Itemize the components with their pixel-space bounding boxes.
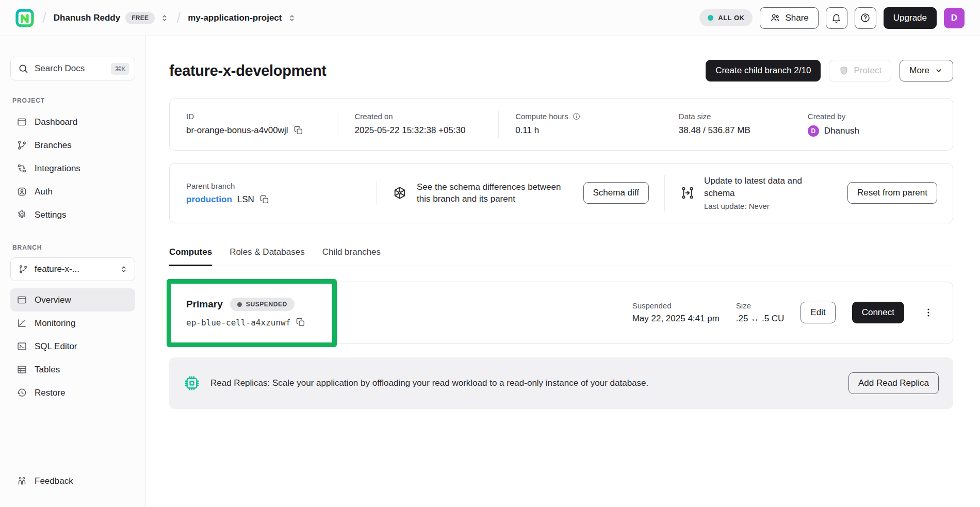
- branch-info-card: ID br-orange-bonus-a4v00wjl Created on 2…: [169, 98, 953, 151]
- branch-selector[interactable]: feature-x-...: [10, 257, 135, 281]
- size-stat: Size .25 ↔ .5 CU: [736, 301, 785, 324]
- suspended-value: May 22, 2025 4:41 pm: [632, 314, 720, 324]
- compute-meta: Suspended May 22, 2025 4:41 pm Size .25 …: [632, 301, 936, 324]
- sidebar-item-label: Settings: [35, 210, 66, 220]
- search-docs-label: Search Docs: [35, 63, 85, 74]
- copy-lsn-button[interactable]: [259, 194, 270, 205]
- schema-diff-button[interactable]: Schema diff: [583, 182, 649, 204]
- sidebar-item-restore[interactable]: Restore: [10, 381, 135, 404]
- breadcrumb-divider: /: [41, 10, 47, 26]
- sidebar-item-sql-editor[interactable]: SQL Editor: [10, 335, 135, 358]
- branch-selector-value: feature-x-...: [35, 264, 79, 274]
- integrations-icon: [17, 163, 27, 174]
- user-avatar[interactable]: D: [944, 8, 965, 28]
- breadcrumb-divider: /: [175, 10, 182, 26]
- cpu-chip-icon: [184, 375, 200, 391]
- help-circle-icon: [860, 12, 871, 23]
- suspended-label: Suspended: [632, 301, 720, 310]
- size-label: Size: [736, 301, 785, 310]
- main-content: feature-x-development Create child branc…: [146, 36, 980, 507]
- upgrade-button[interactable]: Upgrade: [884, 7, 937, 29]
- branch-section-title: BRANCH: [12, 244, 135, 251]
- project-switcher[interactable]: my-application-project: [188, 13, 296, 23]
- upgrade-label: Upgrade: [893, 13, 927, 23]
- created-by-label: Created by: [808, 112, 936, 121]
- tab-roles-databases[interactable]: Roles & Databases: [230, 247, 305, 266]
- sidebar-item-label: Dashboard: [35, 117, 77, 127]
- plan-badge: FREE: [125, 12, 155, 24]
- page-actions: Create child branch 2/10 Protect More: [706, 60, 953, 81]
- read-replicas-text: Read Replicas: Scale your application by…: [210, 378, 648, 388]
- sidebar-item-settings[interactable]: Settings: [10, 203, 135, 226]
- user-badge-icon: [17, 186, 27, 197]
- add-read-replica-button[interactable]: Add Read Replica: [848, 372, 939, 394]
- sidebar-item-dashboard[interactable]: Dashboard: [10, 110, 135, 134]
- sidebar-item-overview[interactable]: Overview: [10, 288, 135, 312]
- breadcrumb: / Dhanush Reddy FREE / my-application-pr…: [14, 8, 297, 28]
- sidebar-item-auth[interactable]: Auth: [10, 180, 135, 203]
- sidebar-item-monitoring[interactable]: Monitoring: [10, 312, 135, 335]
- data-size-label: Data size: [679, 112, 774, 121]
- window-icon: [17, 295, 27, 305]
- protect-button[interactable]: Protect: [829, 60, 891, 81]
- project-section-title: PROJECT: [12, 97, 135, 104]
- sidebar-item-label: Branches: [35, 140, 72, 151]
- compute-status-badge: SUSPENDED: [230, 298, 295, 311]
- parent-branch-card: Parent branch production LSN See the sch…: [169, 163, 953, 223]
- feedback-button[interactable]: Feedback: [10, 469, 135, 493]
- sidebar-item-tables[interactable]: Tables: [10, 358, 135, 381]
- notifications-button[interactable]: [826, 7, 847, 29]
- kebab-menu-icon[interactable]: [921, 305, 936, 320]
- people-icon: [770, 12, 780, 23]
- sidebar-item-label: Restore: [35, 388, 66, 398]
- parent-branch-label: Parent branch: [186, 182, 360, 190]
- top-bar: / Dhanush Reddy FREE / my-application-pr…: [0, 0, 980, 36]
- window-icon: [17, 117, 27, 127]
- info-col-data-size: Data size 38.48 / 536.87 MB: [662, 111, 791, 138]
- sidebar-item-integrations[interactable]: Integrations: [10, 157, 135, 180]
- feedback-label: Feedback: [35, 476, 73, 486]
- parent-branch-block: Parent branch production LSN: [170, 182, 376, 205]
- edit-compute-button[interactable]: Edit: [801, 302, 835, 323]
- suspended-stat: Suspended May 22, 2025 4:41 pm: [632, 301, 720, 324]
- help-button[interactable]: [855, 7, 876, 29]
- branch-tabs: Computes Roles & Databases Child branche…: [169, 247, 953, 266]
- schema-icon: [392, 185, 407, 201]
- system-status-badge[interactable]: ALL OK: [699, 9, 753, 26]
- create-child-branch-button[interactable]: Create child branch 2/10: [706, 60, 821, 81]
- org-switcher[interactable]: Dhanush Reddy FREE: [54, 12, 170, 24]
- reset-from-parent-button[interactable]: Reset from parent: [847, 182, 937, 204]
- history-clock-icon: [17, 387, 27, 398]
- search-docs-input[interactable]: Search Docs ⌘K: [10, 57, 135, 80]
- created-by-value: Dhanush: [824, 126, 859, 136]
- info-col-created-by: Created by D Dhanush: [791, 111, 953, 138]
- sidebar-item-branches[interactable]: Branches: [10, 134, 135, 157]
- parent-branch-link[interactable]: production: [186, 194, 232, 205]
- gear-icon: [17, 209, 27, 220]
- compute-hours-label: Compute hours: [515, 112, 568, 121]
- info-circle-icon[interactable]: [572, 112, 581, 121]
- neon-logo-icon[interactable]: [14, 8, 35, 28]
- sidebar-item-label: Integrations: [35, 163, 80, 174]
- share-label: Share: [785, 13, 808, 23]
- feedback-people-icon: [17, 476, 27, 486]
- terminal-icon: [17, 341, 27, 352]
- connect-button[interactable]: Connect: [852, 302, 904, 323]
- id-label: ID: [186, 112, 321, 121]
- compute-name: Primary: [186, 299, 223, 310]
- top-bar-actions: ALL OK Share Upgrade D: [699, 7, 965, 29]
- more-button[interactable]: More: [900, 60, 953, 81]
- lsn-label: LSN: [237, 194, 254, 205]
- tab-child-branches[interactable]: Child branches: [322, 247, 381, 266]
- copy-id-button[interactable]: [293, 125, 304, 136]
- search-shortcut-badge: ⌘K: [111, 63, 129, 75]
- search-icon: [18, 63, 28, 74]
- line-chart-icon: [17, 318, 27, 329]
- tab-computes[interactable]: Computes: [169, 247, 212, 266]
- share-button[interactable]: Share: [760, 7, 818, 29]
- created-by-avatar: D: [808, 125, 819, 137]
- git-branch-icon: [17, 140, 27, 151]
- bell-icon: [831, 12, 842, 23]
- copy-endpoint-button[interactable]: [296, 317, 306, 328]
- git-branch-icon: [18, 264, 28, 274]
